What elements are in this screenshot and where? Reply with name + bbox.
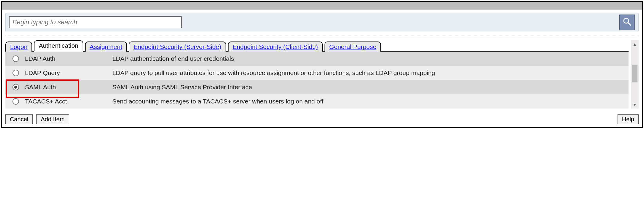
- radio-icon[interactable]: [12, 84, 19, 90]
- add-item-button[interactable]: Add Item: [36, 114, 69, 124]
- item-name: TACACS+ Acct: [23, 98, 112, 105]
- list-item[interactable]: TACACS+ Acct Send accounting messages to…: [5, 94, 629, 109]
- scroll-down-icon[interactable]: ▼: [633, 102, 637, 107]
- tab-logon[interactable]: Logon: [5, 42, 32, 52]
- tab-label: Assignment: [90, 43, 122, 50]
- tab-general-purpose[interactable]: General Purpose: [325, 42, 381, 52]
- dialog-frame: Logon Authentication Assignment Endpoint…: [1, 1, 643, 128]
- scroll-thumb[interactable]: [632, 65, 637, 82]
- radio-icon[interactable]: [12, 70, 19, 76]
- title-bar[interactable]: [2, 2, 642, 9]
- list-item[interactable]: SAML Auth SAML Auth using SAML Service P…: [5, 80, 629, 94]
- help-button[interactable]: Help: [618, 114, 639, 124]
- item-desc: Send accounting messages to a TACACS+ se…: [112, 98, 626, 105]
- tab-label: Authentication: [39, 42, 78, 49]
- scroll-up-icon[interactable]: ▲: [633, 42, 637, 47]
- svg-line-1: [628, 23, 631, 25]
- tab-endpoint-server[interactable]: Endpoint Security (Server-Side): [129, 42, 226, 52]
- item-desc: LDAP query to pull user attributes for u…: [112, 69, 626, 76]
- tab-assignment[interactable]: Assignment: [85, 42, 127, 52]
- tab-bar: Logon Authentication Assignment Endpoint…: [5, 40, 629, 52]
- scroll-track[interactable]: [632, 47, 637, 102]
- tab-label: General Purpose: [329, 43, 377, 50]
- divider: [5, 36, 639, 36]
- list-item[interactable]: LDAP Query LDAP query to pull user attri…: [5, 66, 629, 80]
- item-name: LDAP Query: [23, 69, 112, 76]
- magnifier-icon: [622, 16, 632, 28]
- item-name: SAML Auth: [23, 84, 112, 91]
- search-input[interactable]: [9, 16, 182, 28]
- radio-icon[interactable]: [12, 98, 19, 105]
- tab-label: Logon: [10, 43, 27, 50]
- tab-authentication[interactable]: Authentication: [34, 40, 83, 52]
- item-desc: LDAP authentication of end user credenti…: [112, 55, 626, 62]
- list-item[interactable]: LDAP Auth LDAP authentication of end use…: [5, 52, 629, 66]
- radio-icon[interactable]: [12, 55, 19, 62]
- tab-label: Endpoint Security (Client-Side): [233, 43, 318, 50]
- content-area: Logon Authentication Assignment Endpoint…: [2, 9, 642, 111]
- vertical-scrollbar[interactable]: ▲ ▼: [631, 40, 639, 109]
- cancel-button[interactable]: Cancel: [5, 114, 33, 124]
- footer-bar: Cancel Add Item Help: [2, 111, 642, 127]
- search-bar: [5, 13, 639, 31]
- tab-endpoint-client[interactable]: Endpoint Security (Client-Side): [228, 42, 323, 52]
- item-desc: SAML Auth using SAML Service Provider In…: [112, 84, 626, 91]
- item-name: LDAP Auth: [23, 55, 112, 62]
- auth-item-list: LDAP Auth LDAP authentication of end use…: [5, 52, 629, 109]
- search-button[interactable]: [619, 15, 635, 30]
- tab-label: Endpoint Security (Server-Side): [133, 43, 221, 50]
